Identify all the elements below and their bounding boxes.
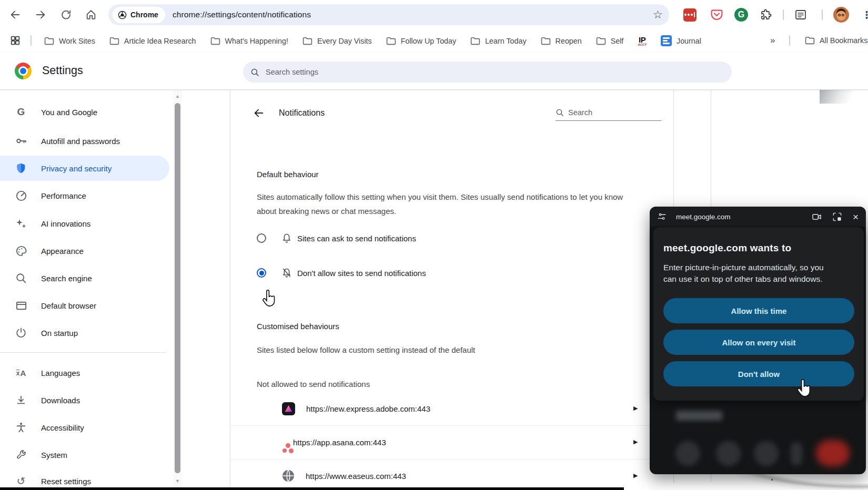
browser-window-icon — [15, 300, 27, 312]
site-row-asana[interactable]: https://app.asana.com:443 — [230, 425, 674, 459]
sidebar-scrollbar-thumb[interactable] — [175, 103, 180, 473]
sidebar-item-downloads[interactable]: Downloads — [0, 390, 169, 411]
bookmark-folder-reopen[interactable]: Reopen — [541, 37, 582, 45]
folder-icon — [386, 37, 396, 45]
url-text[interactable]: chrome://settings/content/notifications — [173, 10, 311, 19]
apps-grid-icon[interactable] — [9, 35, 21, 46]
pip-title-bar[interactable]: meet.google.com × — [650, 207, 866, 227]
bookmark-journal[interactable]: Journal — [661, 35, 701, 46]
back-button[interactable] — [6, 6, 24, 24]
pip-permission-dialog: meet.google.com wants to Enter picture-i… — [653, 227, 864, 401]
bookmark-ip-acct[interactable]: IP ACCT — [638, 36, 647, 46]
sidebar-item-you-and-google[interactable]: G You and Google — [0, 101, 169, 122]
bookmarks-overflow-chevron[interactable]: » — [770, 35, 775, 46]
extension-pocket-icon[interactable] — [709, 7, 724, 22]
bookmark-folder-article-idea-research[interactable]: Article Idea Research — [109, 37, 196, 45]
tune-icon[interactable] — [657, 212, 667, 221]
bookmark-folder-every-day-visits[interactable]: Every Day Visits — [302, 37, 372, 45]
content-search-field[interactable] — [556, 108, 661, 121]
folder-icon — [44, 37, 54, 45]
bookmark-folder-follow-up-today[interactable]: Follow Up Today — [386, 37, 456, 45]
window-corner-shadow — [820, 90, 868, 104]
wrench-icon — [15, 449, 27, 461]
allow-on-every-visit-button[interactable]: Allow on every visit — [663, 330, 854, 355]
customised-behaviours-heading: Customised behaviours — [257, 322, 339, 331]
reload-button[interactable] — [57, 6, 75, 24]
bookmark-folder-learn-today[interactable]: Learn Today — [470, 37, 526, 45]
pip-expand-icon[interactable] — [832, 212, 842, 222]
bookmark-folder-self[interactable]: Self — [596, 37, 624, 45]
home-button[interactable] — [82, 6, 100, 24]
globe-favicon — [282, 469, 295, 482]
search-engine-chip-label: Chrome — [130, 11, 158, 19]
screen: Chrome chrome://settings/content/notific… — [0, 0, 868, 490]
chevron-right-icon[interactable]: ▶ — [633, 472, 638, 479]
pip-dialog-body-line1: Enter picture-in-picture automatically, … — [663, 262, 854, 273]
bookmarks-separator — [31, 35, 32, 46]
allow-this-time-button[interactable]: Allow this time — [663, 298, 854, 323]
bookmark-folder-work-sites[interactable]: Work Sites — [44, 37, 95, 45]
bookmark-star-icon[interactable]: ☆ — [653, 8, 663, 21]
journal-docs-icon — [661, 35, 672, 46]
extension-grammarly-icon[interactable]: G — [734, 7, 749, 22]
forward-button[interactable] — [32, 6, 49, 24]
folder-icon — [470, 37, 480, 45]
chevron-right-icon[interactable]: ▶ — [633, 405, 638, 412]
settings-search-input[interactable] — [266, 68, 581, 76]
chevron-right-icon[interactable]: ▶ — [633, 438, 638, 445]
radio-button-selected[interactable] — [257, 268, 266, 278]
palette-icon — [15, 245, 27, 257]
blurred-reaction-button — [754, 441, 779, 466]
site-row-easeus[interactable]: https://www.easeus.com:443 — [230, 459, 674, 490]
sidebar-item-performance[interactable]: Performance — [0, 185, 169, 206]
sidebar-item-default-browser[interactable]: Default browser — [0, 295, 169, 316]
sidebar-item-on-startup[interactable]: On startup — [0, 322, 169, 343]
sidebar-item-search-engine[interactable]: Search engine — [0, 268, 169, 289]
sidebar-item-appearance[interactable]: Appearance — [0, 240, 169, 261]
folder-icon — [541, 37, 551, 45]
extensions-puzzle-icon[interactable] — [759, 7, 774, 22]
pip-window: meet.google.com × meet.google.com wants … — [650, 207, 866, 474]
search-icon — [556, 108, 564, 117]
sidebar-item-languages[interactable]: xA Languages — [0, 362, 169, 383]
scrollbar-down-arrow[interactable]: ▼ — [174, 478, 181, 484]
speedometer-icon — [15, 190, 27, 202]
blurred-mic-button — [675, 441, 700, 466]
content-search-input[interactable] — [568, 108, 647, 117]
scrollbar-up-arrow[interactable]: ▲ — [174, 94, 181, 99]
bookmarks-bar: Work Sites Article Idea Research What's … — [0, 29, 868, 52]
settings-page-title: Settings — [42, 64, 83, 77]
extension-lastpass-icon[interactable] — [682, 7, 697, 22]
bookmark-folder-whats-happening[interactable]: What's Happening! — [210, 37, 288, 45]
accessibility-person-icon — [15, 422, 27, 433]
adobe-express-favicon — [282, 402, 295, 415]
back-to-settings-button[interactable] — [251, 106, 266, 120]
sidebar-item-system[interactable]: System — [0, 444, 169, 465]
search-engine-chip[interactable]: Chrome — [113, 7, 165, 23]
toolbar-separator — [822, 9, 823, 20]
folder-icon — [805, 36, 815, 45]
sidebar-item-autofill[interactable]: Autofill and passwords — [0, 130, 169, 151]
pip-close-icon[interactable]: × — [853, 212, 859, 222]
radio-option-dont-allow[interactable]: Don't allow sites to send notifications — [257, 266, 426, 280]
radio-option-sites-can-ask[interactable]: Sites can ask to send notifications — [257, 231, 416, 246]
browser-menu-kebab-icon[interactable]: ⋮ — [862, 9, 868, 21]
sidebar-item-accessibility[interactable]: Accessibility — [0, 417, 169, 438]
sidebar-item-ai-innovations[interactable]: AI innovations — [0, 213, 169, 234]
address-bar[interactable]: Chrome chrome://settings/content/notific… — [108, 4, 669, 25]
pip-dialog-body-line2: can use it on top of other tabs and wind… — [663, 273, 854, 285]
profile-avatar[interactable] — [833, 7, 849, 23]
blurred-camera-button — [716, 441, 741, 466]
all-bookmarks-button[interactable]: All Bookmarks — [805, 36, 867, 45]
folder-icon — [109, 37, 119, 45]
chrome-logo-icon — [15, 63, 32, 79]
dont-allow-button[interactable]: Don't allow — [663, 361, 854, 386]
videocam-icon[interactable] — [812, 212, 822, 222]
pip-dialog-heading: meet.google.com wants to — [663, 242, 854, 254]
bookmarks-separator — [789, 35, 790, 46]
site-row-adobe-express[interactable]: https://new.express.adobe.com:443 — [230, 392, 674, 425]
radio-button-unselected[interactable] — [257, 233, 266, 243]
side-panel-icon[interactable] — [793, 7, 808, 22]
settings-search-box[interactable] — [243, 62, 732, 83]
sidebar-item-privacy-security[interactable]: Privacy and security — [0, 156, 169, 181]
